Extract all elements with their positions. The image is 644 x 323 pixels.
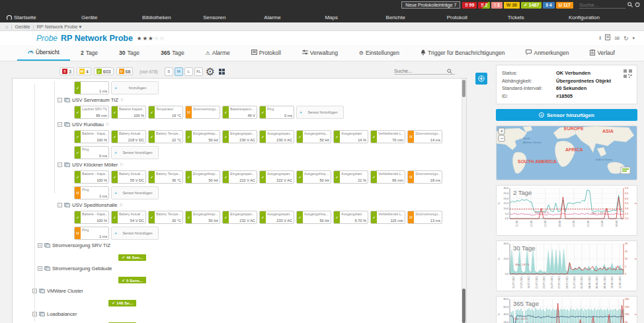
menu-item-bibliotheken[interactable]: Bibliotheken [130,15,191,20]
sensor-tile[interactable]: ✓Ping0 ms [74,146,109,159]
status-badge[interactable]: ✓ 1487 [521,2,542,9]
pause-icon[interactable]: ‖ [599,35,601,41]
tab-verlauf[interactable]: Verlauf [579,45,625,61]
tab-alarme[interactable]: ⚠Alarme [195,45,241,61]
sensor-state-filter-chip[interactable]: U68 [116,67,134,75]
menu-item-protokoll[interactable]: Protokoll [435,15,496,20]
geo-map[interactable]: EUROPEASIAAFRICASOUTH AMERICANorthAtlant… [496,126,637,180]
sensor-tile[interactable]: ✓Eingangsspan...222 V AC [222,170,257,184]
tab-trigger-f-r-benachrichtigungen[interactable]: Trigger für Benachrichtigungen [410,45,515,61]
sensor-tile[interactable]: ✓Ausgangsspan...222 V AC [259,170,294,184]
sensor-tile[interactable]: ✓Battery Tempe...36 °C [148,170,183,184]
sensor-tile[interactable]: ✓Verbleibende L...70 min [370,130,405,143]
sensor-tile[interactable]: ✓Batterie Kapazi...100 % [111,106,146,119]
sensor-tile[interactable]: UPing1 ms [74,186,109,199]
object-name[interactable]: Stromversorgung Gebäude [52,266,112,271]
home-icon[interactable]: ⌂ [5,24,9,30]
status-badge[interactable]: U 117 [556,2,573,9]
mail-icon[interactable]: ✉ [614,35,620,42]
collapsed-sensors-badge[interactable]: ✓ 148 Se... [108,300,136,306]
expand-toggle-icon[interactable]: + [32,312,37,316]
tab-protokoll[interactable]: Protokoll [241,45,292,61]
sensor-tile[interactable]: ✓Batterie - Kapa...100 % [74,211,109,224]
sensor-tile[interactable]: UStromversorgu...14 ms [407,130,442,143]
sensor-tile[interactable]: UStromversorgu...18 ms [407,170,442,184]
add-sensor-button[interactable]: +Sensor hinzufügen [496,109,637,121]
sensor-tile[interactable]: ✓Eingangsspan...232 V AC [222,211,257,224]
tree-scrollbar-thumb[interactable] [462,80,465,97]
sensor-tile[interactable]: ✓Ausgangslast14 % [333,130,368,143]
sensor-tile[interactable]: ✓Batteriespann...49 V [222,106,257,119]
qr-code-icon[interactable] [624,69,632,81]
expand-toggle-icon[interactable]: + [38,266,42,271]
status-badge[interactable]: ! 3 [491,2,502,9]
sensor-tile[interactable]: ✓Battery Actual ...55 V DC [111,170,146,184]
global-search-input[interactable] [579,2,625,9]
sensor-tile[interactable]: ✓Ausgangsfreq...50 Hz [296,211,331,224]
tab-einstellungen[interactable]: ⚙Einstellungen [348,45,410,61]
logout-icon[interactable] [635,2,640,9]
tile-size-button-xl[interactable]: XL [194,67,203,76]
group-header[interactable]: +Stromversorgung Gebäude [13,264,466,273]
sensor-tile[interactable]: ✓Temperatur19 °C [148,106,183,119]
sensor-tile[interactable]: ✓Battery Actual ...218 V DC [111,130,146,143]
refresh-icon[interactable]: ↻ [624,35,629,42]
status-badge[interactable]: ‖ 4 [543,2,554,9]
sensor-tile[interactable]: UStromversorgu... [185,106,220,119]
add-object-button[interactable] [475,73,487,85]
menu-item-konfiguration[interactable]: Konfiguration [557,15,618,20]
tree-scrollbar[interactable] [462,79,466,323]
add-sensor-tile[interactable]: +hinzufügen [111,81,159,94]
sensor-tile[interactable]: ✓Batterie - Kapa...100 % [74,130,109,143]
object-name[interactable]: VMWare Cluster [47,288,83,294]
sensor-tile[interactable]: ✓Ausgangslast21 % [333,170,368,184]
sensor-tile[interactable]: UPing1 ms [74,227,109,240]
object-name[interactable]: USV Rundbau [72,122,104,127]
group-header[interactable]: −USV Klöckner Möller⚐ [13,161,466,169]
sensor-tile[interactable]: ✓Eingangsfrequ...50 Hz [185,130,220,143]
sensor-tile[interactable]: ✓Battery Tempe...22 °C [148,130,183,143]
group-header[interactable]: −USV Serverraum TIZ⚐ [13,96,466,104]
object-name[interactable]: Stromversorgung SRV TIZ [52,242,110,248]
status-badge[interactable]: ‼ 99 [462,2,477,9]
tab-verwaltung[interactable]: Verwaltung [292,45,348,61]
sensor-state-filter-chip[interactable]: ‼3 [60,67,74,75]
sensor-tile[interactable]: ✓Ausgangsfreq...50 Hz [296,130,331,143]
sensor-tile[interactable]: ✓Eingangsspan...230 V AC [222,130,257,143]
group-header[interactable]: −USV Speditionshalle⚐ [13,201,466,209]
tile-size-button-m[interactable]: M [175,67,183,76]
sensor-tile[interactable]: ✓Eingangsfrequ...50 Hz [185,211,220,224]
sensor-tile[interactable]: ✓Battery Actual ...54 V DC [111,211,146,224]
menu-item-berichte[interactable]: Berichte [374,15,435,20]
collapsed-sensors-badge[interactable]: ✓ 5 Sens... [118,277,146,283]
breadcrumb-current[interactable]: RP Network Probe ▾ [36,24,81,30]
sensor-tile[interactable]: ✓Ausgangsfreq...50 Hz [296,170,331,184]
sensor-tile[interactable]: ✓Batterie - Kapa...100 % [74,170,109,184]
expand-toggle-icon[interactable]: − [58,162,62,167]
object-name[interactable]: USV Speditionshalle [72,202,117,208]
sensor-tile[interactable]: ✓Laufzeit SRV TIZ89 min [74,106,109,119]
sensor-tile[interactable]: ✓Verbleibende L...115 min [370,211,405,224]
tab-tage[interactable]: 365Tage [150,45,195,61]
view-settings-icon[interactable]: ⚙ [206,67,215,76]
tab--bersicht[interactable]: Übersicht [17,45,70,61]
sensor-tile[interactable]: ✓Ausgangsspan...230 V AC [259,130,294,143]
menu-item-startseite[interactable]: Startseite [0,15,69,20]
add-sensor-tile[interactable]: +Sensor hinzufügen [111,227,159,240]
report-icon[interactable] [605,34,610,42]
menu-item-tickets[interactable]: Tickets [496,15,557,20]
sensor-tile[interactable]: ✓Ausgangsspan...233 V AC [259,211,294,224]
group-header[interactable]: +VMWare Cluster [13,287,466,295]
object-name[interactable]: USV Serverraum TIZ [72,97,118,103]
sensor-tile[interactable]: ✓Ping0 ms [259,106,294,119]
priority-stars[interactable]: ★★★☆☆ [137,35,165,42]
tab-tage[interactable]: 2Tage [70,45,108,61]
expand-toggle-icon[interactable]: − [58,98,62,102]
expand-toggle-icon[interactable]: − [58,203,62,207]
search-icon[interactable] [627,2,633,9]
status-badge[interactable]: W 36 [504,2,520,9]
add-sensor-tile[interactable]: +Sensor hinzufügen [296,106,344,119]
chart-2-days[interactable]: 11:0012:0012:0000:0012:0012:0013:0000:00… [496,185,637,236]
chart-30-days[interactable]: 15.07.202117.07.202119.07.202121.07.2021… [496,240,637,291]
sensor-state-filter-chip[interactable]: ✓603 [94,67,114,75]
